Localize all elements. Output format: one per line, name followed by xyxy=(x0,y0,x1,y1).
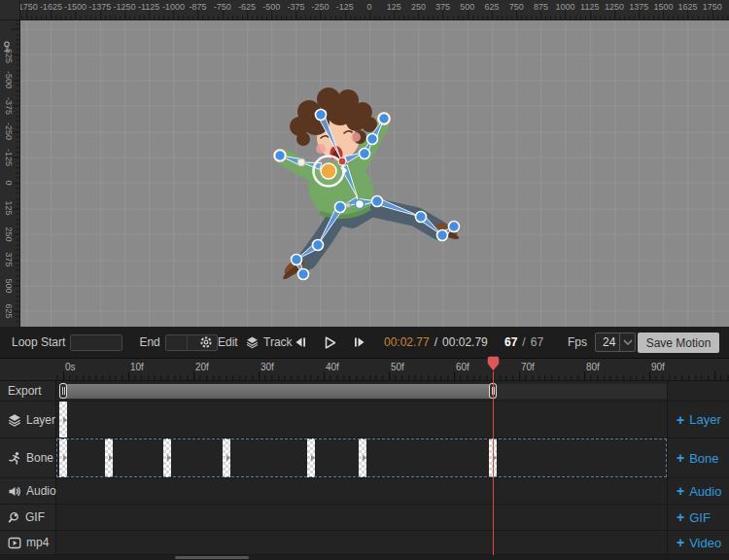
ruler-label: 1625 xyxy=(678,2,698,12)
ruler-label: 375 xyxy=(435,2,450,12)
pelvis-joint-white[interactable] xyxy=(356,200,364,209)
joint-handle[interactable] xyxy=(316,110,327,121)
joint-handle[interactable] xyxy=(275,151,286,161)
gif-camera-icon xyxy=(8,511,20,524)
stage-canvas[interactable] xyxy=(19,19,729,327)
prev-keyframe-button[interactable] xyxy=(294,327,307,358)
joint-handle[interactable] xyxy=(313,240,324,251)
ruler-corner xyxy=(0,0,20,20)
export-range-bar[interactable] xyxy=(59,384,497,399)
track-row-mp4: mp4 xyxy=(0,531,667,555)
ruler-label: 1250 xyxy=(605,2,624,12)
keyframe-marker[interactable] xyxy=(59,402,67,438)
frame-ruler-labels: 0s10f20f30f40f50f60f70f80f90f xyxy=(0,359,729,380)
add-layer-button[interactable]: +Layer xyxy=(677,412,721,427)
keyframe-marker[interactable] xyxy=(359,438,366,477)
track-row-export: Export xyxy=(0,381,667,402)
save-motion-button[interactable]: Save Motion xyxy=(638,332,719,353)
loop-start-input[interactable] xyxy=(70,334,122,351)
h-ruler-labels: -1750-1625-1500-1375-1250-1125-1000-875-… xyxy=(19,0,729,19)
add-audio-button[interactable]: +Audio xyxy=(677,484,721,499)
frame-ruler-label: 40f xyxy=(326,362,339,372)
ruler-label: 125 xyxy=(4,201,14,216)
mp4-track-label: mp4 xyxy=(0,531,56,554)
joint-handle[interactable] xyxy=(367,134,378,145)
joint-handle[interactable] xyxy=(298,269,309,280)
ruler-label: 750 xyxy=(509,2,524,12)
ruler-label: 125 xyxy=(387,2,401,12)
joint-handle[interactable] xyxy=(449,222,460,232)
ruler-origin-icon[interactable] xyxy=(2,41,12,53)
joint-handle[interactable] xyxy=(360,149,370,159)
ruler-label: -875 xyxy=(190,2,207,12)
track-row-layer: Layer xyxy=(0,402,667,438)
add-video-button[interactable]: +Video xyxy=(677,536,721,550)
track-row-gif: GIF xyxy=(0,505,667,531)
ruler-label: -125 xyxy=(336,2,354,12)
joint-handle[interactable] xyxy=(379,114,390,124)
keyframe-marker[interactable] xyxy=(307,438,315,477)
keyframe-marker[interactable] xyxy=(489,438,497,477)
export-track-body[interactable] xyxy=(56,381,667,401)
export-start-handle[interactable] xyxy=(59,383,67,399)
keyframe-marker[interactable] xyxy=(105,438,113,477)
layer-track-body[interactable] xyxy=(56,402,667,438)
export-end-handle[interactable] xyxy=(489,383,497,399)
fps-select[interactable]: 24 xyxy=(595,332,636,352)
bone-track-label: Bone xyxy=(0,438,56,477)
character-illustration[interactable] xyxy=(262,83,467,301)
neck-joint-red[interactable] xyxy=(338,158,346,165)
ruler-label: -1375 xyxy=(88,2,111,12)
timeline-scrollbar-thumb[interactable] xyxy=(175,556,249,559)
frame-ruler-label: 70f xyxy=(521,362,535,372)
track-label: Track xyxy=(263,335,293,349)
time-display: 00:02.77 / 00:02.79 xyxy=(384,327,488,358)
keyframe-marker[interactable] xyxy=(59,438,67,477)
gif-track-label: GIF xyxy=(0,505,56,530)
plus-icon: + xyxy=(677,413,684,427)
ruler-label: 625 xyxy=(484,2,499,12)
play-button[interactable] xyxy=(323,327,337,358)
ruler-label: 500 xyxy=(4,278,14,293)
frame-ruler-label: 20f xyxy=(195,362,209,372)
ruler-label: -1500 xyxy=(64,2,87,12)
layer-track-label: Layer xyxy=(0,402,56,438)
mp4-track-body[interactable] xyxy=(56,531,667,554)
chevron-down-icon[interactable] xyxy=(619,333,635,351)
ruler-label: -750 xyxy=(214,2,231,12)
playhead-marker[interactable] xyxy=(487,356,500,371)
ruler-label: -250 xyxy=(312,2,330,12)
bone-track-body[interactable] xyxy=(56,438,667,477)
add-bone-button[interactable]: +Bone xyxy=(677,451,719,466)
keyframe-marker[interactable] xyxy=(223,438,230,477)
joint-handle[interactable] xyxy=(437,230,448,241)
joint-handle[interactable] xyxy=(372,196,383,207)
gear-icon xyxy=(199,335,213,349)
joint-handle[interactable] xyxy=(416,212,427,223)
gif-track-body[interactable] xyxy=(56,505,667,530)
joint-handle[interactable] xyxy=(335,202,346,213)
ruler-label: 250 xyxy=(411,2,426,12)
audio-track-label: Audio xyxy=(0,478,56,504)
plus-icon: + xyxy=(677,510,684,524)
joint-handle[interactable] xyxy=(292,255,302,265)
ruler-label: 1375 xyxy=(629,2,648,12)
next-keyframe-button[interactable] xyxy=(353,327,366,358)
edit-button[interactable]: Edit xyxy=(199,327,238,358)
timeline-scrollbar xyxy=(0,555,729,560)
ruler-label: -1125 xyxy=(138,2,159,12)
root-control-handle[interactable] xyxy=(321,163,336,179)
ruler-label: 0 xyxy=(366,2,371,12)
add-gif-button[interactable]: +GIF xyxy=(677,510,711,525)
prev-keyframe-icon xyxy=(294,336,307,348)
export-range-remainder xyxy=(497,384,667,399)
ruler-label: -375 xyxy=(287,2,304,12)
frame-ruler[interactable]: 0s10f20f30f40f50f60f70f80f90f xyxy=(0,359,729,381)
ruler-label: 250 xyxy=(4,227,14,241)
keyframe-marker[interactable] xyxy=(163,438,171,477)
track-button[interactable]: Track xyxy=(246,327,293,358)
wrist-joint-white[interactable] xyxy=(297,158,305,166)
frame-ruler-label: 50f xyxy=(391,362,404,372)
audio-track-body[interactable] xyxy=(56,478,667,504)
frame-ruler-label: 60f xyxy=(456,362,469,372)
